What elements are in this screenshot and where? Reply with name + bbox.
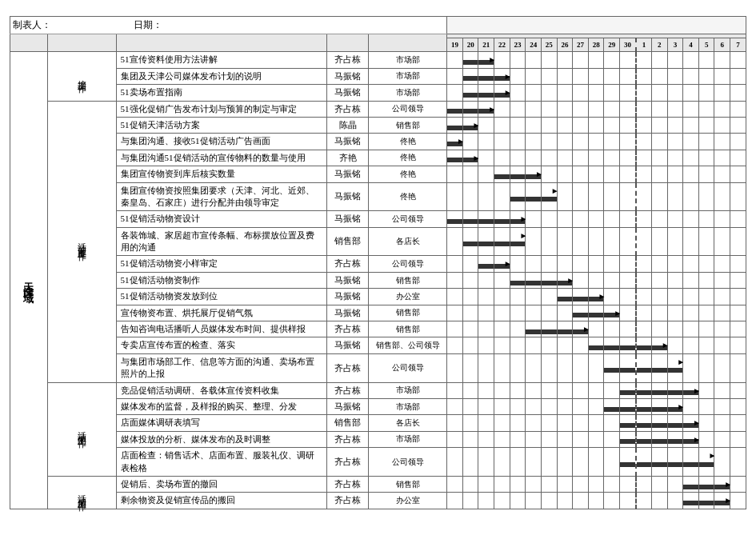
gantt-cell (698, 415, 714, 431)
dept-cell: 佟艳 (369, 134, 447, 150)
gantt-cell (651, 321, 667, 337)
gantt-cell (462, 227, 478, 256)
gantt-cell (447, 493, 463, 509)
dept-cell: 市场部 (369, 382, 447, 398)
gantt-cell (462, 431, 478, 447)
gantt-cell (683, 493, 699, 509)
gantt-cell (447, 101, 463, 117)
person-cell: 齐占栋 (327, 52, 369, 68)
gantt-cell (494, 321, 510, 337)
dept-cell: 市场部 (369, 52, 447, 68)
date-29: 29 (604, 38, 620, 52)
gantt-cell (730, 166, 746, 182)
gantt-cell (730, 493, 746, 509)
gantt-cell (698, 227, 714, 256)
gantt-cell (620, 166, 636, 182)
gantt-cell (636, 227, 652, 256)
gantt-cell (557, 415, 573, 431)
gantt-cell (510, 101, 526, 117)
gantt-cell (573, 305, 589, 321)
gantt-cell (573, 182, 589, 211)
gantt-cell (478, 256, 494, 272)
gantt-cell (447, 117, 463, 133)
person-cell: 马振铭 (327, 398, 369, 414)
gantt-cell (494, 448, 510, 477)
person-cell: 马振铭 (327, 305, 369, 321)
gantt-cell (478, 68, 494, 84)
gantt-cell (541, 431, 557, 447)
gantt-cell (588, 211, 604, 227)
table-row: 活动后的工作促销后、卖场布置的撤回齐占栋销售部► (10, 476, 746, 492)
header-quyu (10, 34, 48, 52)
gantt-cell (541, 68, 557, 84)
gantt-cell (526, 382, 542, 398)
gantt-cell (683, 211, 699, 227)
gantt-cell (698, 101, 714, 117)
maker-label: 制表人： (13, 19, 51, 30)
section-cell: 活动中的工作 (47, 382, 116, 476)
gantt-cell (698, 256, 714, 272)
gantt-cell (683, 289, 699, 305)
gantt-cell (557, 431, 573, 447)
gantt-cell (683, 337, 699, 353)
gantt-cell (541, 52, 557, 68)
gantt-cell (541, 415, 557, 431)
gantt-cell (651, 415, 667, 431)
gantt-cell (604, 166, 620, 182)
gantt-cell (541, 353, 557, 382)
gantt-cell (730, 476, 746, 492)
gantt-cell (588, 448, 604, 477)
gantt-cell: ► (683, 415, 699, 431)
gantt-cell (447, 85, 463, 101)
gantt-cell: ► (447, 134, 463, 150)
gantt-cell (573, 150, 589, 166)
person-cell: 马振铭 (327, 85, 369, 101)
person-cell: 马振铭 (327, 166, 369, 182)
gantt-cell (651, 150, 667, 166)
gantt-cell (526, 431, 542, 447)
gantt-cell (604, 382, 620, 398)
gantt-cell (636, 289, 652, 305)
table-row: 51促销天津活动方案陈晶销售部► (10, 117, 746, 133)
gantt-cell (730, 337, 746, 353)
person-cell: 销售部 (327, 227, 369, 256)
gantt-cell (573, 134, 589, 150)
dept-cell: 销售部 (369, 476, 447, 492)
gantt-cell (541, 476, 557, 492)
gantt-cell (510, 85, 526, 101)
gantt-cell (588, 415, 604, 431)
gantt-cell (667, 101, 683, 117)
content-cell: 51强化促销广告发布计划与预算的制定与审定 (116, 101, 327, 117)
gantt-cell (573, 382, 589, 398)
gantt-cell (620, 398, 636, 414)
gantt-cell (620, 256, 636, 272)
gantt-cell: ► (510, 227, 526, 256)
main-table: 制表人： 日期： 19 20 21 22 (10, 16, 746, 509)
gantt-cell (667, 493, 683, 509)
gantt-cell (730, 448, 746, 477)
gantt-cell (494, 52, 510, 68)
table-row: 天津区域培训工作51宣传资料使用方法讲解齐占栋市场部► (10, 52, 746, 68)
gantt-cell (510, 398, 526, 414)
gantt-cell (636, 321, 652, 337)
gantt-cell (683, 448, 699, 477)
content-cell: 店面检查：销售话术、店面布置、服装礼仪、调研表检格 (116, 448, 327, 477)
gantt-cell (462, 382, 478, 398)
gantt-cell (730, 353, 746, 382)
gantt-cell (620, 101, 636, 117)
gantt-cell (557, 476, 573, 492)
gantt-cell (698, 398, 714, 414)
gantt-cell (698, 382, 714, 398)
header-gongzuo (47, 34, 116, 52)
gantt-cell (573, 272, 589, 288)
gantt-cell (714, 166, 730, 182)
gantt-cell (588, 134, 604, 150)
header-content (116, 34, 327, 52)
gantt-cell (494, 227, 510, 256)
content-cell: 集团宣传物资到库后核实数量 (116, 166, 327, 182)
gantt-cell (651, 182, 667, 211)
table-row: 集团宣传物资按照集团要求（天津、河北、近郊、秦皇岛、石家庄）进行分配并由领导审定… (10, 182, 746, 211)
gantt-cell (698, 476, 714, 492)
person-cell: 销售部 (327, 415, 369, 431)
gantt-cell (510, 52, 526, 68)
